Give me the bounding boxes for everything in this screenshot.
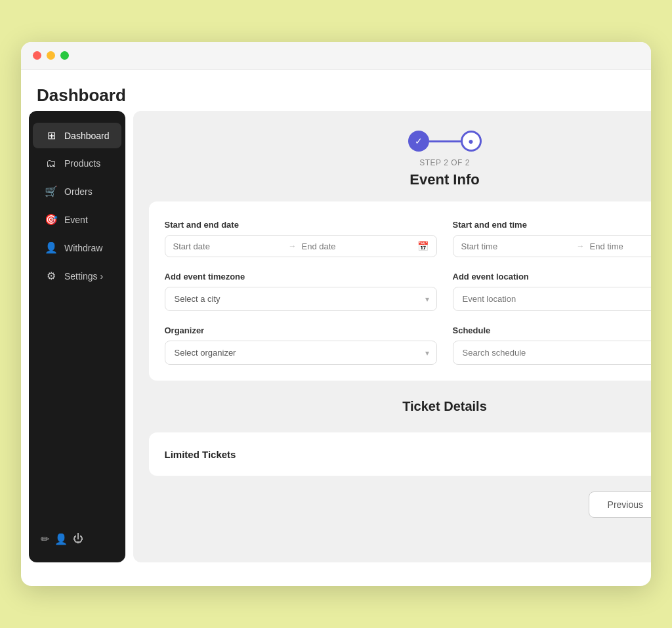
date-group: Start and end date → 📅 [165,220,437,257]
start-time-input[interactable] [461,241,572,251]
schedule-group: Schedule [453,325,652,365]
sidebar-item-products[interactable]: 🗂 Products [33,151,121,176]
date-label: Start and end date [165,220,437,230]
sidebar-item-dashboard-label: Dashboard [64,131,110,141]
location-group: Add event location [453,272,652,311]
schedule-input[interactable] [453,341,652,365]
date-range[interactable]: → 📅 [165,235,437,257]
event-icon: 🎯 [45,213,58,226]
logout-icon[interactable]: ⏻ [73,533,83,545]
sidebar-item-settings[interactable]: ⚙ Settings › [33,263,121,289]
page-title: Dashboard [21,70,651,111]
step1-circle: ✓ [408,131,429,152]
buttons-row: Previous Submit [149,489,652,518]
step-label: STEP 2 OF 2 [419,158,470,167]
withdraw-icon: 👤 [45,241,58,254]
ticket-section-title: Ticket Details [149,399,652,414]
step-title: Event Info [410,171,479,188]
edit-icon[interactable]: ✏ [41,533,49,545]
timezone-group: Add event timezone Select a city ▾ [165,272,437,311]
step-line [429,140,461,142]
timezone-select[interactable]: Select a city [165,287,437,311]
sidebar-bottom: ✏ 👤 ⏻ [29,526,125,552]
end-date-input[interactable] [302,241,412,251]
sidebar-item-withdraw[interactable]: 👤 Withdraw [33,235,121,261]
sidebar-item-dashboard[interactable]: ⊞ Dashboard [33,123,121,148]
time-arrow-icon: → [577,241,585,251]
time-range[interactable]: → 🕐 [453,235,652,257]
sidebar-item-event-label: Event [64,215,88,225]
main-layout: ⊞ Dashboard 🗂 Products 🛒 Orders 🎯 Event … [21,111,651,570]
location-label: Add event location [453,272,652,282]
content-area: ✓ ● STEP 2 OF 2 Event Info Start and end… [133,111,652,562]
time-label: Start and end time [453,220,652,230]
date-arrow-icon: → [289,241,297,251]
products-icon: 🗂 [45,157,58,169]
close-dot[interactable] [33,51,41,60]
titlebar [21,42,651,70]
dashboard-icon: ⊞ [45,129,58,142]
end-time-input[interactable] [590,241,652,251]
step2-circle: ● [461,131,482,152]
sidebar-item-event[interactable]: 🎯 Event [33,207,121,232]
ticket-card: Limited Tickets [149,432,652,476]
timezone-select-wrapper: Select a city ▾ [165,287,437,311]
sidebar-item-products-label: Products [64,158,100,169]
sidebar-item-orders[interactable]: 🛒 Orders [33,178,121,204]
form-row-datetime: Start and end date → 📅 Start and end tim… [165,220,652,257]
form-row-organizer-schedule: Organizer Select organizer ▾ Schedule [165,325,652,365]
schedule-label: Schedule [453,325,652,335]
timezone-label: Add event timezone [165,272,437,282]
time-group: Start and end time → 🕐 [453,220,652,257]
orders-icon: 🛒 [45,185,58,198]
app-window: Dashboard ⊞ Dashboard 🗂 Products 🛒 Order… [21,42,651,586]
minimize-dot[interactable] [47,51,55,60]
previous-button[interactable]: Previous [589,492,651,518]
step-indicator: ✓ ● STEP 2 OF 2 Event Info [149,131,652,188]
organizer-group: Organizer Select organizer ▾ [165,325,437,365]
maximize-dot[interactable] [60,51,69,60]
step-circles: ✓ ● [408,131,482,152]
form-row-timezone-location: Add event timezone Select a city ▾ Add e… [165,272,652,311]
calendar-icon[interactable]: 📅 [417,241,429,251]
start-date-input[interactable] [173,241,284,251]
organizer-select[interactable]: Select organizer [165,341,437,365]
organizer-label: Organizer [165,325,437,335]
sidebar: ⊞ Dashboard 🗂 Products 🛒 Orders 🎯 Event … [29,111,125,562]
form-card: Start and end date → 📅 Start and end tim… [149,201,652,381]
location-input[interactable] [453,287,652,311]
settings-icon: ⚙ [45,270,58,282]
sidebar-item-settings-label: Settings › [64,271,103,282]
profile-icon[interactable]: 👤 [54,533,68,545]
limited-tickets-label: Limited Tickets [165,449,236,460]
sidebar-item-orders-label: Orders [64,186,93,197]
sidebar-item-withdraw-label: Withdraw [64,243,102,253]
organizer-select-wrapper: Select organizer ▾ [165,341,437,365]
